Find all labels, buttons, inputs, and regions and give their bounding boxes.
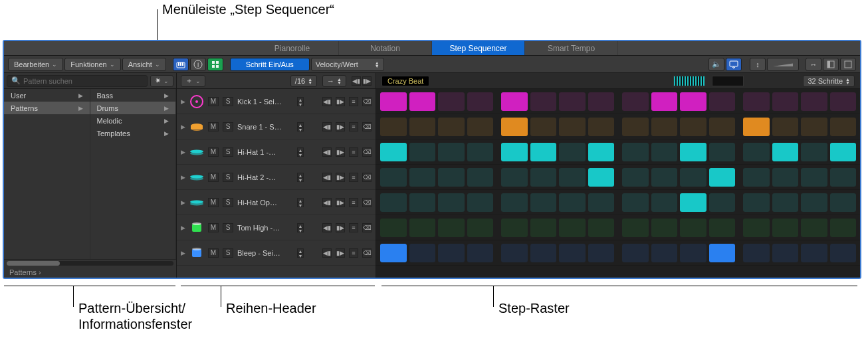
step-right-button[interactable]: ▮▶: [336, 147, 345, 157]
row-stepper[interactable]: ▲▼: [297, 122, 304, 131]
row-delete-button[interactable]: ⌫: [362, 173, 372, 182]
solo-button[interactable]: S: [223, 198, 233, 207]
row-stepper[interactable]: ▲▼: [297, 198, 304, 207]
row-name[interactable]: Tom High -…: [237, 224, 293, 232]
steps-count-select[interactable]: 32 Schritte▲▼: [803, 75, 855, 87]
step-cell[interactable]: [409, 92, 436, 111]
step-cell[interactable]: [709, 219, 736, 237]
row-settings-button[interactable]: ≡: [349, 223, 358, 232]
division-select[interactable]: /16▲▼: [290, 75, 317, 87]
disclosure-icon[interactable]: ▶: [181, 199, 185, 206]
step-cell[interactable]: [830, 92, 857, 111]
step-cell[interactable]: [680, 193, 706, 212]
solo-button[interactable]: S: [223, 173, 233, 182]
disclosure-icon[interactable]: ▶: [181, 124, 185, 130]
disclosure-icon[interactable]: ▶: [181, 224, 185, 231]
row-settings-button[interactable]: ≡: [349, 97, 358, 106]
row-settings-button[interactable]: ≡: [349, 173, 358, 182]
step-cell[interactable]: [709, 118, 736, 136]
row-stepper[interactable]: ▲▼: [297, 223, 304, 232]
midi-in-button[interactable]: [173, 58, 189, 71]
step-toggle-button[interactable]: Schritt Ein/Aus: [230, 58, 310, 71]
row-delete-button[interactable]: ⌫: [362, 147, 372, 157]
pattern-search[interactable]: 🔍 Pattern suchen: [7, 75, 148, 87]
step-cell[interactable]: [801, 143, 827, 161]
solo-button[interactable]: S: [223, 147, 233, 157]
row-settings-button[interactable]: ≡: [349, 147, 358, 157]
row-stepper[interactable]: ▲▼: [297, 248, 304, 258]
step-cell[interactable]: [380, 92, 407, 111]
solo-button[interactable]: S: [223, 97, 233, 106]
row-delete-button[interactable]: ⌫: [362, 248, 372, 258]
midi-out-button[interactable]: [726, 58, 742, 71]
step-cell[interactable]: [801, 193, 827, 212]
step-cell[interactable]: [438, 118, 465, 136]
step-cell[interactable]: [830, 168, 857, 187]
step-cell[interactable]: [743, 143, 770, 161]
step-left-button[interactable]: ◀▮: [322, 198, 332, 207]
step-cell[interactable]: [501, 168, 528, 187]
row-name[interactable]: Hi-Hat Op…: [237, 199, 293, 207]
step-cell[interactable]: [709, 143, 736, 161]
pattern-name[interactable]: Crazy Beat: [381, 76, 429, 86]
functions-menu[interactable]: Funktionen⌄: [64, 58, 120, 71]
step-cell[interactable]: [772, 193, 799, 212]
step-cell[interactable]: [588, 168, 615, 187]
step-cell[interactable]: [743, 193, 770, 212]
step-cell[interactable]: [438, 92, 465, 111]
step-cell[interactable]: [680, 219, 706, 237]
mute-button[interactable]: M: [208, 248, 219, 258]
browser-item-user[interactable]: User▶: [4, 89, 90, 102]
row-stepper[interactable]: ▲▼: [297, 147, 304, 157]
step-cell[interactable]: [830, 244, 857, 262]
step-cell[interactable]: [467, 219, 494, 237]
panel-right-button[interactable]: [840, 58, 856, 71]
browser-item-bass[interactable]: Bass▶: [90, 89, 176, 102]
step-cell[interactable]: [622, 193, 649, 212]
pattern-actions-menu[interactable]: ✷⌄: [150, 75, 173, 87]
mute-button[interactable]: M: [208, 97, 219, 106]
step-cell[interactable]: [680, 92, 706, 111]
row-settings-button[interactable]: ≡: [349, 122, 358, 131]
disclosure-icon[interactable]: ▶: [181, 98, 185, 105]
info-button[interactable]: i: [190, 58, 206, 71]
row-name[interactable]: Snare 1 - S…: [237, 123, 293, 131]
step-cell[interactable]: [743, 92, 770, 111]
step-cell[interactable]: [530, 143, 557, 161]
step-cell[interactable]: [467, 118, 494, 136]
step-cell[interactable]: [501, 118, 528, 136]
step-left-button[interactable]: ◀▮: [322, 223, 332, 232]
step-cell[interactable]: [801, 118, 827, 136]
step-cell[interactable]: [588, 143, 615, 161]
step-cell[interactable]: [501, 219, 528, 237]
step-cell[interactable]: [680, 168, 706, 187]
hzoom-button[interactable]: ↔: [806, 58, 821, 71]
step-cell[interactable]: [501, 92, 528, 111]
mute-button[interactable]: M: [208, 198, 219, 207]
step-cell[interactable]: [709, 244, 736, 262]
row-delete-button[interactable]: ⌫: [362, 198, 372, 207]
step-left-button[interactable]: ◀▮: [322, 173, 332, 182]
step-cell[interactable]: [588, 244, 615, 262]
vzoom-button[interactable]: ↕: [750, 58, 766, 71]
step-cell[interactable]: [830, 219, 857, 237]
solo-button[interactable]: S: [223, 122, 233, 131]
step-cell[interactable]: [409, 193, 436, 212]
step-cell[interactable]: [380, 168, 407, 187]
step-cell[interactable]: [709, 92, 736, 111]
step-cell[interactable]: [801, 92, 827, 111]
step-cell[interactable]: [830, 143, 857, 161]
row-delete-button[interactable]: ⌫: [362, 97, 372, 106]
step-cell[interactable]: [438, 244, 465, 262]
mute-button[interactable]: M: [208, 223, 219, 232]
step-left-button[interactable]: ◀▮: [322, 248, 332, 258]
step-cell[interactable]: [559, 219, 586, 237]
zoom-slider[interactable]: [767, 58, 799, 71]
step-cell[interactable]: [380, 244, 407, 262]
step-cell[interactable]: [772, 244, 799, 262]
pattern-overview-a[interactable]: [673, 76, 705, 86]
tab-notation[interactable]: Notation: [339, 41, 432, 55]
step-cell[interactable]: [651, 143, 678, 161]
step-cell[interactable]: [743, 118, 770, 136]
step-cell[interactable]: [830, 193, 857, 212]
